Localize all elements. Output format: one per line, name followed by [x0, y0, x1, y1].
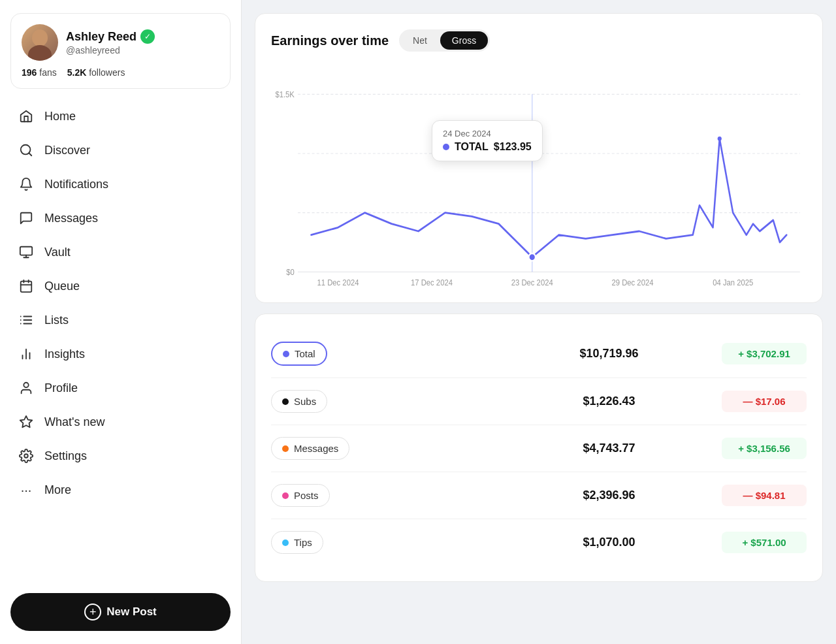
subs-change: — $17.06	[722, 391, 807, 412]
svg-line-1	[29, 153, 31, 155]
sidebar-item-label: More	[44, 483, 71, 497]
sidebar-item-label: Messages	[44, 212, 98, 225]
svg-text:17 Dec 2024: 17 Dec 2024	[411, 278, 453, 287]
sidebar-item-label: Vault	[44, 246, 71, 259]
sidebar-item-settings[interactable]: Settings	[10, 439, 231, 473]
svg-marker-19	[20, 416, 32, 427]
profile-handle: @ashleyreed	[66, 45, 155, 56]
chart-toggle-group: Net Gross	[399, 29, 490, 52]
earnings-row-subs: Subs $1,226.43 — $17.06	[271, 378, 807, 425]
earnings-row-posts: Posts $2,396.96 — $94.81	[271, 472, 807, 519]
svg-point-18	[24, 383, 28, 387]
tips-label: Tips	[294, 537, 312, 548]
sidebar-item-home[interactable]: Home	[10, 99, 231, 133]
sidebar-item-label: Settings	[44, 449, 87, 463]
sidebar-item-discover[interactable]: Discover	[10, 133, 231, 167]
earnings-table-card: Total $10,719.96 + $3,702.91 Subs $1,226…	[255, 314, 823, 582]
gross-toggle-button[interactable]: Gross	[440, 31, 488, 50]
vault-icon	[18, 244, 34, 260]
sidebar-item-vault[interactable]: Vault	[10, 235, 231, 269]
sidebar-nav: Home Discover Notifications	[10, 99, 231, 507]
tips-pill[interactable]: Tips	[271, 531, 323, 554]
svg-text:23 Dec 2024: 23 Dec 2024	[511, 278, 553, 287]
sidebar-item-profile[interactable]: Profile	[10, 371, 231, 405]
profile-card: Ashley Reed ✓ @ashleyreed 196 fans 5.2K …	[10, 13, 231, 89]
svg-text:11 Dec 2024: 11 Dec 2024	[317, 278, 359, 287]
lists-icon	[18, 312, 34, 328]
insights-icon	[18, 346, 34, 362]
earnings-chart-card: Earnings over time Net Gross $1.5K $0 11…	[255, 13, 823, 303]
total-label: Total	[295, 348, 315, 359]
profile-name: Ashley Reed	[66, 30, 137, 44]
sidebar-item-messages[interactable]: Messages	[10, 201, 231, 235]
subs-amount: $1,226.43	[496, 394, 722, 408]
messages-amount: $4,743.77	[496, 442, 722, 455]
sidebar-item-label: Discover	[44, 144, 90, 157]
sidebar-item-label: Notifications	[44, 178, 108, 191]
messages-pill[interactable]: Messages	[271, 437, 349, 460]
messages-dot	[282, 445, 289, 452]
sidebar: Ashley Reed ✓ @ashleyreed 196 fans 5.2K …	[0, 0, 242, 644]
queue-icon	[18, 278, 34, 294]
chart-area: $1.5K $0 11 Dec 2024 17 Dec 2024 23 Dec …	[271, 65, 807, 287]
posts-amount: $2,396.96	[496, 489, 722, 502]
new-post-plus-icon: +	[84, 604, 101, 620]
sidebar-item-more[interactable]: ··· More	[10, 473, 231, 507]
svg-rect-5	[21, 282, 32, 293]
sidebar-item-lists[interactable]: Lists	[10, 303, 231, 337]
star-icon	[18, 414, 34, 430]
svg-point-33	[529, 253, 536, 261]
total-dot	[283, 351, 289, 357]
sidebar-item-label: Home	[44, 110, 76, 123]
svg-rect-2	[20, 247, 32, 255]
settings-icon	[18, 448, 34, 464]
sidebar-item-label: Lists	[44, 314, 69, 327]
discover-icon	[18, 142, 34, 158]
posts-pill[interactable]: Posts	[271, 484, 330, 507]
sidebar-item-whats-new[interactable]: What's new	[10, 405, 231, 439]
net-toggle-button[interactable]: Net	[401, 31, 439, 50]
new-post-button[interactable]: + New Post	[10, 593, 231, 631]
total-pill[interactable]: Total	[271, 342, 327, 366]
earnings-row-messages: Messages $4,743.77 + $3,156.56	[271, 425, 807, 472]
profile-icon	[18, 380, 34, 396]
posts-dot	[282, 492, 289, 499]
avatar[interactable]	[22, 24, 58, 61]
sidebar-item-queue[interactable]: Queue	[10, 269, 231, 303]
tips-amount: $1,070.00	[496, 536, 722, 549]
svg-point-20	[24, 454, 28, 458]
messages-label: Messages	[294, 443, 338, 454]
posts-change: — $94.81	[722, 485, 807, 506]
tips-change: + $571.00	[722, 532, 807, 553]
earnings-line-chart: $1.5K $0 11 Dec 2024 17 Dec 2024 23 Dec …	[271, 65, 807, 287]
chart-title: Earnings over time	[271, 33, 389, 48]
sidebar-item-notifications[interactable]: Notifications	[10, 167, 231, 201]
home-icon	[18, 108, 34, 124]
total-change: + $3,702.91	[722, 343, 807, 364]
messages-icon	[18, 210, 34, 226]
earnings-row-tips: Tips $1,070.00 + $571.00	[271, 519, 807, 566]
earnings-row-total: Total $10,719.96 + $3,702.91	[271, 330, 807, 378]
svg-text:29 Dec 2024: 29 Dec 2024	[612, 278, 654, 287]
main-content: Earnings over time Net Gross $1.5K $0 11…	[242, 0, 836, 644]
sidebar-item-label: Queue	[44, 280, 80, 293]
posts-label: Posts	[294, 490, 319, 501]
sidebar-item-label: Insights	[44, 347, 85, 361]
verified-icon: ✓	[140, 29, 155, 44]
svg-text:$0: $0	[286, 267, 295, 277]
profile-stats: 196 fans 5.2K followers	[22, 67, 219, 78]
followers-stat: 5.2K followers	[67, 67, 125, 78]
tips-dot	[282, 539, 289, 546]
svg-text:04 Jan 2025: 04 Jan 2025	[713, 278, 753, 287]
more-icon: ···	[18, 482, 34, 498]
svg-text:$1.5K: $1.5K	[275, 89, 295, 99]
fans-stat: 196 fans	[22, 67, 57, 78]
svg-point-34	[718, 137, 722, 141]
subs-dot	[282, 398, 289, 405]
sidebar-item-label: What's new	[44, 415, 104, 429]
bell-icon	[18, 176, 34, 192]
total-amount: $10,719.96	[496, 347, 722, 361]
subs-label: Subs	[294, 396, 316, 407]
sidebar-item-insights[interactable]: Insights	[10, 337, 231, 371]
subs-pill[interactable]: Subs	[271, 390, 327, 413]
